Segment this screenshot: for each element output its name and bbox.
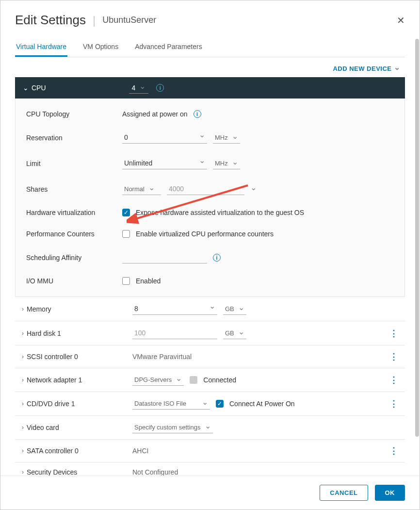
kebab-menu-icon[interactable]: ⋮ [389,398,398,409]
limit-input[interactable] [122,157,207,169]
scrollbar[interactable] [415,39,419,437]
sched-affinity-input[interactable] [122,251,207,263]
sata-value: AHCI [132,447,389,455]
shares-label: Shares [26,185,122,193]
scsi-label: SCSI controller 0 [27,353,132,361]
video-select[interactable]: Specify custom settings [132,422,213,433]
hard-disk-input[interactable] [132,327,217,339]
security-label: Security Devices [27,468,132,476]
memory-label: Memory [27,305,132,313]
cddvd-select[interactable]: Datastore ISO File [132,398,210,410]
cpu-label: CPU [32,84,46,92]
chevron-down-icon[interactable] [199,157,205,166]
limit-unit-select[interactable]: MHz [213,158,240,169]
cpu-section-header[interactable]: ⌄ CPU 4 i [15,77,405,99]
info-icon[interactable]: i [213,254,221,262]
sched-affinity-row: Scheduling Affinity i [16,245,404,270]
perf-counters-checkbox-label: Enable virtualized CPU performance count… [136,230,274,238]
cddvd-row[interactable]: › CD/DVD drive 1 Datastore ISO File Conn… [15,392,405,415]
chevron-down-icon[interactable] [250,184,257,194]
memory-unit-select[interactable]: GB [223,303,246,315]
memory-input[interactable] [132,303,217,315]
reservation-input[interactable] [122,132,207,144]
io-mmu-row: I/O MMU Enabled [16,270,404,292]
shares-level-select[interactable]: Normal [122,183,161,195]
security-row[interactable]: › Security Devices Not Configured [15,462,405,476]
io-mmu-checkbox-label: Enabled [136,277,161,285]
info-icon[interactable]: i [156,84,164,92]
modal-title: Edit Settings [15,13,86,28]
reservation-unit: MHz [215,134,228,141]
cpu-topology-row: CPU Topology Assigned at power on i [16,103,404,125]
close-icon[interactable]: ✕ [397,15,405,26]
io-mmu-label: I/O MMU [26,277,122,285]
memory-row[interactable]: › Memory GB [15,296,405,321]
hw-virtualization-row: Hardware virtualization Expose hardware … [16,202,404,223]
tab-vm-options[interactable]: VM Options [82,40,119,57]
tab-virtual-hardware[interactable]: Virtual Hardware [15,40,67,57]
edit-settings-modal: Edit Settings | UbuntuServer ✕ Virtual H… [0,0,420,510]
cddvd-value: Datastore ISO File [134,400,186,407]
connect-poweron-checkbox[interactable] [216,400,224,408]
kebab-menu-icon[interactable]: ⋮ [389,375,398,385]
connected-checkbox[interactable] [190,376,197,384]
io-mmu-checkbox[interactable] [122,277,130,285]
cpu-count-select[interactable]: 4 [129,82,149,94]
chevron-down-icon [205,423,211,432]
chevron-down-icon [139,83,145,92]
hw-virt-checkbox-label: Expose hardware assisted virtualization … [136,209,304,216]
security-value: Not Configured [132,468,398,476]
shares-value-input[interactable] [167,183,244,195]
chevron-down-icon[interactable] [199,132,205,141]
kebab-menu-icon[interactable]: ⋮ [389,445,398,456]
hard-disk-unit-select[interactable]: GB [223,328,246,339]
sata-label: SATA controller 0 [27,447,132,455]
chevron-right-icon: › [22,377,24,383]
tab-advanced-parameters[interactable]: Advanced Parameters [134,40,203,57]
shares-level: Normal [124,185,145,193]
hard-disk-unit: GB [225,329,234,337]
video-value: Specify custom settings [134,424,201,431]
chevron-right-icon: › [22,447,24,454]
scsi-row[interactable]: › SCSI controller 0 VMware Paravirtual ⋮ [15,345,405,368]
chevron-down-icon [176,375,182,384]
network-label: Network adapter 1 [27,376,132,384]
cddvd-label: CD/DVD drive 1 [27,400,132,408]
network-row[interactable]: › Network adapter 1 DPG-Servers Connecte… [15,368,405,392]
reservation-unit-select[interactable]: MHz [213,132,240,144]
memory-unit: GB [225,305,234,313]
chevron-right-icon: › [22,330,24,337]
sata-row[interactable]: › SATA controller 0 AHCI ⋮ [15,439,405,462]
chevron-down-icon [394,64,401,73]
kebab-menu-icon[interactable]: ⋮ [389,328,398,339]
chevron-right-icon: › [22,306,24,313]
cancel-button[interactable]: CANCEL [320,485,368,501]
kebab-menu-icon[interactable]: ⋮ [389,351,398,362]
tabs: Virtual Hardware VM Options Advanced Par… [15,40,405,57]
ok-button[interactable]: OK [375,485,405,501]
chevron-down-icon[interactable] [209,303,215,312]
add-new-device-button[interactable]: ADD NEW DEVICE [333,64,400,73]
content-area: ⌄ CPU 4 i CPU Topology Assigned at power… [15,77,405,476]
perf-counters-row: Performance Counters Enable virtualized … [16,223,404,245]
perf-counters-checkbox[interactable] [122,230,130,238]
network-select[interactable]: DPG-Servers [132,374,184,386]
perf-counters-label: Performance Counters [26,230,122,238]
cpu-topology-value: Assigned at power on [122,110,188,118]
hw-virt-checkbox[interactable] [122,209,130,216]
hard-disk-label: Hard disk 1 [27,329,132,337]
chevron-down-icon [202,399,208,408]
hard-disk-row[interactable]: › Hard disk 1 GB ⋮ [15,321,405,345]
hw-virt-label: Hardware virtualization [26,209,122,216]
chevron-right-icon: › [22,353,24,360]
chevron-right-icon: › [22,424,24,431]
video-label: Video card [27,424,132,431]
cpu-topology-label: CPU Topology [26,110,122,118]
chevron-down-icon: ⌄ [23,84,29,92]
reservation-label: Reservation [26,134,122,142]
info-icon[interactable]: i [194,110,201,118]
video-row[interactable]: › Video card Specify custom settings [15,415,405,439]
add-device-row: ADD NEW DEVICE [0,57,420,77]
limit-unit: MHz [215,160,228,167]
cpu-limit-row: Limit MHz [16,150,404,176]
